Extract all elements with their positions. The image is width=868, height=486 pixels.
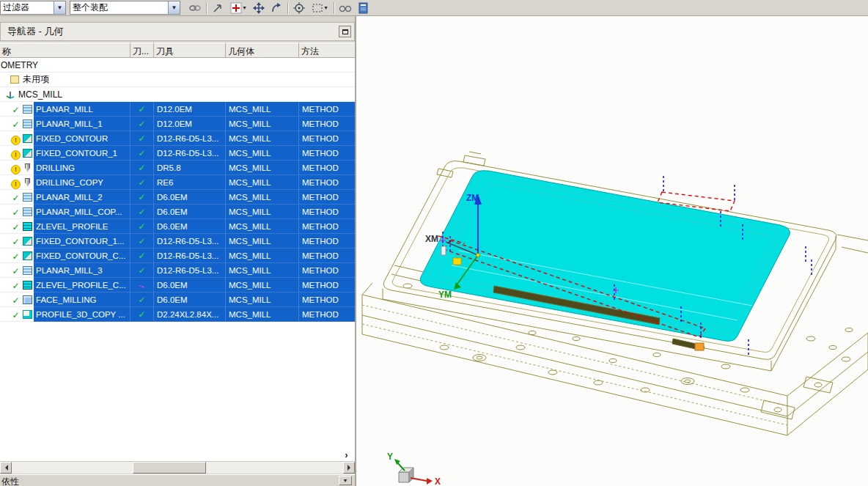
tool-position-marker [695, 343, 704, 350]
operation-name: PROFILE_3D_COPY ... [34, 307, 130, 322]
snap-point-button[interactable] [209, 1, 227, 15]
main-toolbar: 过滤器 ▼ 整个装配 ▼ ▾ [0, 0, 868, 16]
operation-row[interactable]: DRILLING DR5.8 MCS_MILL METHOD [0, 161, 355, 175]
operation-row[interactable]: PLANAR_MILL_1 D12.0EM MCS_MILL METHOD [0, 117, 355, 131]
operation-row[interactable]: FIXED_CONTOUR_1 D12-R6-D5-L3... MCS_MILL… [0, 146, 355, 161]
toolpath-cell [130, 292, 154, 307]
transform-button[interactable] [268, 1, 285, 15]
operation-icon-zone [0, 117, 34, 131]
chevron-down-icon[interactable]: ▼ [54, 1, 65, 14]
move-object-button[interactable] [250, 1, 268, 15]
snap-arrow-icon [211, 2, 224, 14]
tree-row-unused-items[interactable]: 未用项 [0, 73, 355, 87]
operation-row[interactable]: PLANAR_MILL_COP... D6.0EM MCS_MILL METHO… [0, 205, 355, 219]
viewport-canvas[interactable]: ZM YM XM X Y [356, 16, 868, 486]
scroll-left-button[interactable] [0, 462, 12, 474]
graphics-viewport[interactable]: ZM YM XM X Y [356, 16, 868, 486]
operation-row[interactable]: PROFILE_3D_COPY ... D2.24XL2.84X... MCS_… [0, 307, 355, 322]
column-header-method[interactable]: 方法 [299, 43, 355, 58]
operation-name: FACE_MILLING [34, 292, 130, 307]
toolpath-cell [130, 278, 154, 292]
x-axis-label: X [435, 476, 441, 486]
operation-icon-zone [0, 234, 34, 248]
status-icon [11, 176, 21, 189]
operation-row[interactable]: PLANAR_MILL_3 D12-R6-D5-L3... MCS_MILL M… [0, 263, 355, 278]
operation-type-icon [23, 193, 32, 202]
operation-row[interactable]: ZLEVEL_PROFILE_C... D6.0EM MCS_MILL METH… [0, 278, 355, 292]
create-geometry-button[interactable]: ▾ [227, 1, 250, 15]
column-header-tool[interactable]: 刀具 [154, 43, 226, 58]
status-icon [11, 220, 21, 233]
operation-tool: D12-R6-D5-L3... [154, 248, 226, 263]
operation-method: METHOD [299, 219, 355, 234]
expand-panel-button[interactable]: ▼ [339, 476, 352, 485]
tree-row-mcs-mill[interactable]: MCS_MILL [0, 87, 355, 102]
operation-method: METHOD [299, 117, 355, 131]
status-icon [11, 235, 21, 248]
restore-icon [342, 29, 348, 34]
operation-row[interactable]: FACE_MILLING D6.0EM MCS_MILL METHOD [0, 292, 355, 307]
operation-geometry: MCS_MILL [226, 161, 299, 175]
operation-row[interactable]: DRILLING_COPY RE6 MCS_MILL METHOD [0, 175, 355, 190]
operation-row[interactable]: PLANAR_MILL_2 D6.0EM MCS_MILL METHOD [0, 190, 355, 205]
unused-items-icon [10, 76, 19, 84]
operation-geometry: MCS_MILL [226, 278, 299, 292]
dependencies-bar: 依性 ▼ [0, 474, 355, 486]
point-dialog-button[interactable] [290, 1, 308, 15]
filter-combo[interactable]: 过滤器 ▼ [0, 1, 66, 15]
operation-name: PLANAR_MILL [34, 102, 130, 117]
operation-icon-zone [0, 307, 34, 322]
chevron-down-icon[interactable]: ▾ [324, 4, 327, 11]
operation-type-icon [23, 251, 32, 260]
operation-type-icon [23, 119, 32, 128]
operation-method: METHOD [299, 131, 355, 146]
move-icon [252, 2, 265, 14]
operation-type-icon [23, 222, 32, 231]
column-header-name[interactable]: 称 [0, 43, 130, 58]
operation-icon-zone [0, 263, 34, 278]
scrollbar-thumb[interactable] [133, 462, 206, 474]
float-window-button[interactable] [339, 26, 351, 37]
horizontal-scrollbar[interactable] [0, 461, 355, 474]
operation-tool: D12.0EM [154, 102, 226, 117]
column-header-toolpath[interactable]: 刀... [130, 43, 154, 58]
chevron-down-icon[interactable]: ▾ [243, 4, 246, 11]
toolpath-cell [130, 219, 154, 234]
operation-tool: D2.24XL2.84X... [154, 307, 226, 322]
view-triad: X Y [387, 452, 441, 486]
toolbar-separator [334, 2, 334, 14]
operation-type-icon [23, 134, 32, 143]
selection-rectangle-button[interactable]: ▾ [308, 1, 331, 15]
list-scroll-right-button[interactable]: › [340, 449, 353, 460]
operation-row[interactable]: PLANAR_MILL D12.0EM MCS_MILL METHOD [0, 102, 355, 117]
toolpath-status-icon [138, 104, 145, 114]
curved-arrow-icon [270, 2, 283, 14]
tree-row-geometry-root[interactable]: OMETRY [0, 58, 355, 73]
scope-combo[interactable]: 整个装配 ▼ [70, 1, 180, 15]
notebook-button[interactable] [354, 1, 372, 15]
operation-name: FIXED_CONTOUR_1... [34, 234, 130, 248]
navigator-title-bar[interactable]: 导航器 - 几何 [0, 22, 355, 41]
operation-icon-zone [0, 248, 34, 263]
operation-row[interactable]: FIXED_CONTOUR D12-R6-D5-L3... MCS_MILL M… [0, 131, 355, 146]
chevron-down-icon[interactable]: ▼ [168, 1, 180, 14]
column-header-geometry[interactable]: 几何体 [226, 43, 299, 58]
toolpath-status-icon [138, 265, 145, 276]
toolpath-status-icon [138, 251, 145, 261]
toolpath-cell [130, 131, 154, 146]
toolpath-status-icon [138, 177, 145, 188]
operation-row[interactable]: ZLEVEL_PROFILE D6.0EM MCS_MILL METHOD [0, 219, 355, 234]
operation-geometry: MCS_MILL [226, 219, 299, 234]
scroll-right-button[interactable] [343, 462, 355, 474]
operation-row[interactable]: FIXED_CONTOUR_C... D12-R6-D5-L3... MCS_M… [0, 248, 355, 263]
operation-tool: D6.0EM [154, 278, 226, 292]
operation-icon-zone [0, 278, 34, 292]
operation-tool: DR5.8 [154, 161, 226, 175]
operation-method: METHOD [299, 205, 355, 219]
status-icon [11, 308, 21, 321]
show-hide-button[interactable] [336, 1, 354, 15]
operation-icon-zone [0, 219, 34, 234]
link-button[interactable] [186, 1, 204, 15]
operation-row[interactable]: FIXED_CONTOUR_1... D12-R6-D5-L3... MCS_M… [0, 234, 355, 248]
operation-name: PLANAR_MILL_3 [34, 263, 130, 278]
